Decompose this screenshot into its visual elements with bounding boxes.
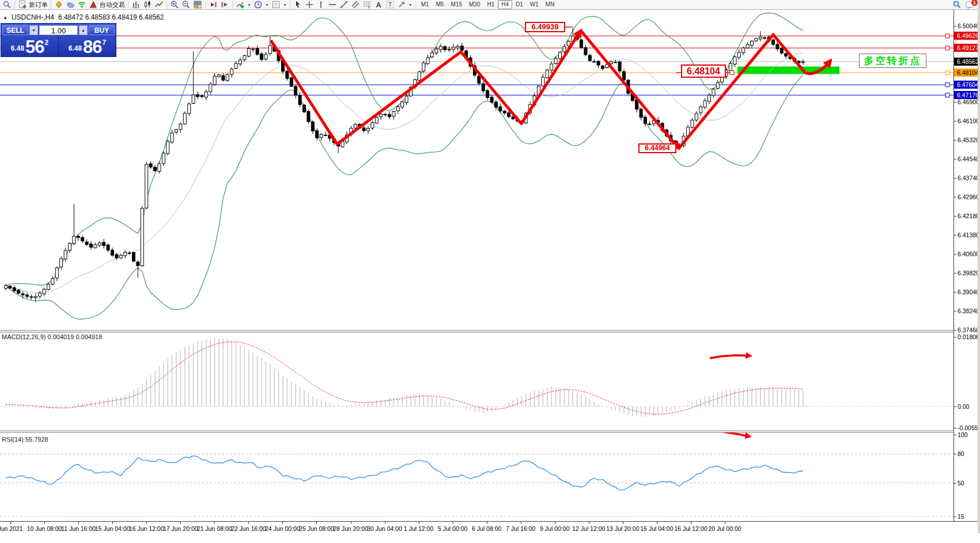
price-axis[interactable]: 6.500406.469006.461006.453206.445406.437… [953, 10, 980, 521]
time-tick-label: 7 Jul 16:00 [506, 525, 535, 532]
timeframe-m30-button[interactable]: M30 [466, 0, 483, 9]
high-price-label[interactable]: 6.49939 [525, 22, 565, 32]
rsi-tick-label: 50 [958, 480, 964, 487]
auto-scroll-button[interactable] [207, 1, 219, 9]
rsi-tick-label: 15 [958, 513, 964, 520]
sell-price[interactable]: 6.48 56 2 [1, 36, 58, 56]
search-icon[interactable] [1, 1, 13, 9]
axis-tick [78, 522, 79, 524]
price-chart-canvas[interactable] [0, 10, 953, 521]
axis-tick [725, 522, 725, 524]
sell-button[interactable]: SELL [2, 25, 28, 35]
price-badge: 6.49127 [954, 44, 980, 52]
axis-tick [214, 522, 215, 524]
fibo-icon: F [362, 0, 372, 9]
axis-tick [954, 235, 956, 236]
collapse-icon[interactable]: ▲ [3, 15, 7, 20]
price-tick-label: 6.41380 [958, 231, 979, 238]
line-chart-button[interactable] [153, 1, 165, 9]
main-pane[interactable] [0, 13, 953, 319]
time-tick-label: 13 Jul 20:00 [606, 525, 639, 532]
timeframe-h4-button[interactable]: H4 [498, 0, 512, 9]
time-tick-label: 15 Jun 04:00 [95, 525, 130, 532]
sell-price-sup: 2 [45, 39, 49, 47]
text-button[interactable]: A [373, 1, 384, 9]
indicators-button[interactable]: ▼ [234, 1, 252, 9]
fibo-button[interactable]: F [361, 1, 373, 9]
periods-button[interactable]: ▼ [252, 1, 270, 9]
axis-tick [487, 522, 487, 524]
timeframe-w1-button[interactable]: W1 [527, 0, 542, 9]
cursor-icon [293, 0, 302, 9]
axis-tick [954, 216, 956, 217]
turning-point-label[interactable]: 多空转折点 [859, 54, 926, 68]
shapes-button[interactable]: ▼ [396, 1, 414, 9]
chat-button[interactable]: 1 [965, 1, 977, 9]
toolbar-separator [290, 1, 290, 9]
timeframe-m15-button[interactable]: M15 [448, 0, 466, 9]
price-tick-label: 6.42960 [958, 193, 979, 200]
signals-button[interactable] [76, 1, 88, 9]
price-badge: 6.49626 [954, 32, 980, 40]
time-tick-label: 28 Jun 20:00 [333, 525, 368, 532]
bollinger-bands [6, 13, 803, 319]
tile-windows-button[interactable] [192, 1, 203, 9]
time-tick-label: Jun 2021 [0, 525, 23, 532]
market-watch-button[interactable] [65, 1, 76, 9]
hline-button[interactable] [327, 1, 338, 9]
time-tick-label: 10 Jun 08:00 [27, 525, 62, 532]
templates-button[interactable]: ▼ [270, 1, 288, 9]
timeframe-mn-button[interactable]: MN [542, 0, 558, 9]
chart-shift-button[interactable] [219, 1, 230, 9]
green-signal-icon [77, 0, 86, 9]
chart-area[interactable]: ▲ USDCNH-,H4 6.48472 6.48583 6.48419 6.4… [0, 10, 980, 543]
trendline-icon [339, 0, 349, 9]
trendline-button[interactable] [338, 1, 350, 9]
macd-pane[interactable] [0, 339, 953, 417]
candle-chart-button[interactable] [142, 1, 153, 9]
low-price-label[interactable]: 6.44964 [638, 143, 676, 153]
label-button[interactable]: T [384, 1, 396, 9]
axis-tick [112, 522, 113, 524]
price-tick-label: 6.46100 [958, 117, 979, 124]
timeframe-d1-button[interactable]: D1 [512, 0, 527, 9]
symbol-period-label: USDCNH-,H4 [12, 13, 54, 21]
chevron-down-icon[interactable]: ▼ [408, 3, 413, 7]
bar-chart-button[interactable] [130, 1, 142, 9]
volume-decrease-button[interactable]: ▼ [29, 25, 38, 35]
highlight-button[interactable] [53, 1, 65, 9]
channel-button[interactable] [350, 1, 361, 9]
buy-price-sup: 7 [103, 39, 107, 47]
chevron-down-icon[interactable]: ▼ [265, 3, 269, 7]
volume-input[interactable]: 1.00 [39, 25, 78, 35]
axis-tick [282, 522, 283, 524]
axis-tick [521, 522, 521, 524]
crosshair-button[interactable] [304, 1, 315, 9]
timeframe-h1-button[interactable]: H1 [483, 0, 498, 9]
chevron-down-icon[interactable]: ▼ [283, 3, 287, 7]
buy-price[interactable]: 6.48 86 7 [58, 36, 116, 56]
price-tick-label: 6.42180 [958, 212, 979, 219]
autotrade-button[interactable]: 自动交易 [88, 1, 126, 9]
search-icon-button[interactable] [951, 1, 963, 9]
timeframe-m1-button[interactable]: M1 [418, 0, 433, 9]
level-price-label[interactable]: 6.48104 [681, 64, 726, 78]
cursor-button[interactable] [292, 1, 304, 9]
zoom-out-button[interactable] [180, 1, 192, 9]
rsi-pane[interactable] [0, 428, 953, 517]
zoom-in-button[interactable] [169, 1, 180, 9]
time-tick-label: 30 Jun 04:00 [367, 525, 402, 532]
toolbar-separator [128, 1, 128, 9]
new-order-button[interactable]: 新订单 [17, 1, 49, 9]
macd-arrow-annotation[interactable] [710, 355, 751, 358]
chevron-down-icon[interactable]: ▼ [247, 3, 251, 7]
vline-button[interactable] [315, 1, 327, 9]
price-badge: 6.47604 [954, 81, 980, 89]
time-axis[interactable]: Jun 202110 Jun 08:0011 Jun 16:0015 Jun 0… [0, 521, 980, 543]
timeframe-m5-button[interactable]: M5 [433, 0, 448, 9]
buy-button[interactable]: BUY [89, 25, 115, 35]
axis-tick [954, 292, 956, 293]
red-cone-icon [89, 0, 98, 9]
toolbar-separator [205, 1, 206, 9]
volume-increase-button[interactable]: ▲ [79, 25, 88, 35]
